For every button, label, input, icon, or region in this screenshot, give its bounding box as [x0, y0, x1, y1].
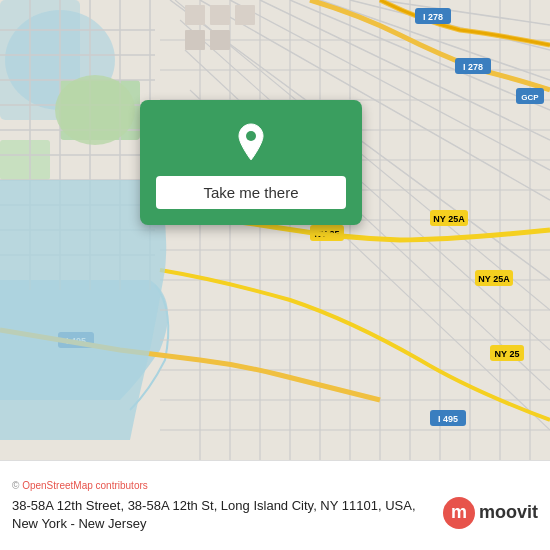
svg-rect-79: [235, 5, 255, 25]
svg-text:I 278: I 278: [463, 62, 483, 72]
svg-rect-80: [185, 30, 205, 50]
svg-point-76: [55, 75, 135, 145]
take-me-there-button[interactable]: Take me there: [156, 176, 346, 209]
svg-rect-77: [185, 5, 205, 25]
svg-rect-81: [210, 30, 230, 50]
svg-point-84: [246, 131, 256, 141]
location-card: Take me there: [140, 100, 362, 225]
svg-rect-4: [0, 140, 50, 180]
svg-text:I 278: I 278: [423, 12, 443, 22]
location-pin-icon: [229, 120, 273, 164]
footer: © OpenStreetMap contributors 38-58A 12th…: [0, 460, 550, 550]
map-svg: I 278 I 278 NY 25 NY 25 NY 25A NY 25A I …: [0, 0, 550, 460]
moovit-logo: m moovit: [443, 497, 538, 529]
svg-text:NY 25: NY 25: [495, 349, 520, 359]
svg-rect-78: [210, 5, 230, 25]
svg-text:NY 25A: NY 25A: [433, 214, 465, 224]
attribution: © OpenStreetMap contributors: [12, 480, 538, 491]
address-text: 38-58A 12th Street, 38-58A 12th St, Long…: [12, 497, 433, 533]
svg-text:GCP: GCP: [521, 93, 539, 102]
address-row: 38-58A 12th Street, 38-58A 12th St, Long…: [12, 497, 538, 533]
svg-text:I 495: I 495: [438, 414, 458, 424]
app-container: I 278 I 278 NY 25 NY 25 NY 25A NY 25A I …: [0, 0, 550, 550]
map-area: I 278 I 278 NY 25 NY 25 NY 25A NY 25A I …: [0, 0, 550, 460]
contributors-text: contributors: [96, 480, 148, 491]
moovit-brand-text: moovit: [479, 502, 538, 523]
openstreetmap-link[interactable]: OpenStreetMap: [22, 480, 93, 491]
svg-text:NY 25A: NY 25A: [478, 274, 510, 284]
moovit-m-icon: m: [443, 497, 475, 529]
